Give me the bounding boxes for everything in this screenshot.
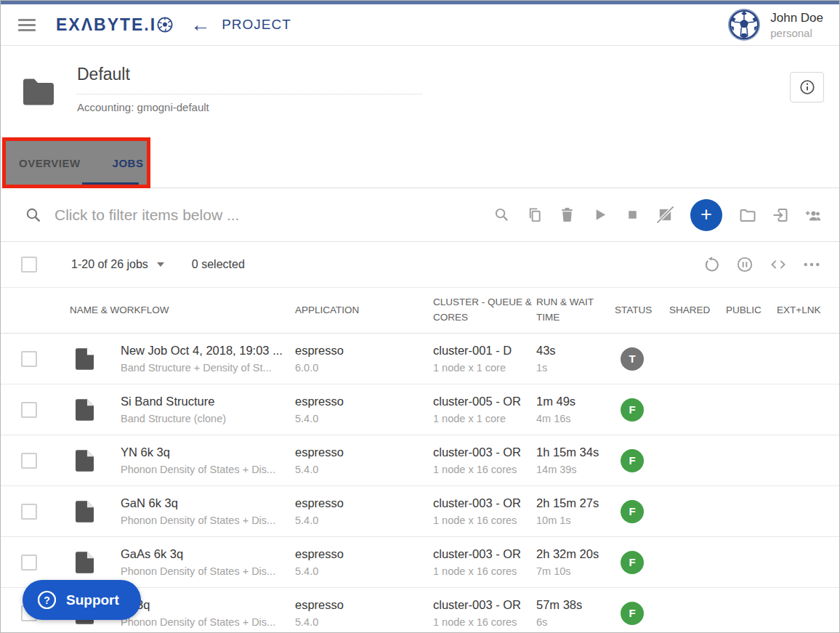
- row-checkbox[interactable]: [21, 402, 37, 418]
- support-button[interactable]: ? Support: [23, 580, 141, 620]
- breadcrumb-section: PROJECT: [222, 17, 291, 33]
- col-ext-lnk[interactable]: EXT+LNK: [777, 303, 836, 318]
- info-icon: [799, 78, 816, 96]
- table-row[interactable]: GaN 6k 3qPhonon Density of States + Dis.…: [1, 486, 839, 537]
- row-checkbox[interactable]: [21, 453, 37, 469]
- run-icon[interactable]: [591, 206, 608, 224]
- job-run-time: 43s: [536, 344, 610, 358]
- table-row[interactable]: YN 6k 3qPhonon Density of States + Dis..…: [1, 435, 839, 486]
- status-badge[interactable]: F: [621, 449, 644, 472]
- status-badge[interactable]: T: [621, 347, 644, 371]
- job-workflow: Phonon Density of States + Dis...: [121, 565, 291, 577]
- col-application[interactable]: APPLICATION: [295, 303, 433, 318]
- job-wait-time: 10m 1s: [536, 515, 610, 526]
- status-badge[interactable]: F: [621, 602, 644, 625]
- selection-toolbar: 1-20 of 26 jobs 0 selected: [1, 242, 839, 288]
- job-app-version: 6.0.0: [295, 362, 429, 374]
- job-cores: 1 node x 1 core: [433, 362, 532, 374]
- row-checkbox[interactable]: [21, 555, 37, 570]
- job-application: espresso: [295, 445, 429, 459]
- status-badge[interactable]: F: [621, 398, 644, 422]
- job-app-version: 5.4.0: [295, 616, 429, 628]
- app-header: EXΛBYTE.I ← PROJECT John Doe personal: [1, 4, 839, 46]
- file-icon: [70, 399, 121, 421]
- project-title: Default: [77, 65, 422, 94]
- tab-overview[interactable]: OVERVIEW: [19, 157, 81, 169]
- job-workflow: Phonon Density of States + Dis...: [121, 515, 291, 526]
- job-run-time: 1h 15m 34s: [536, 445, 610, 459]
- pagination-range[interactable]: 1-20 of 26 jobs: [71, 258, 164, 271]
- job-cluster: cluster-003 - OR: [433, 598, 532, 612]
- refresh-icon[interactable]: [703, 256, 720, 273]
- job-cores: 1 node x 1 core: [433, 413, 532, 424]
- col-shared[interactable]: SHARED: [669, 303, 726, 318]
- job-workflow: Band Structure (clone): [121, 413, 291, 424]
- selected-count: 0 selected: [192, 258, 245, 271]
- menu-icon[interactable]: [18, 19, 36, 31]
- job-application: espresso: [295, 496, 429, 510]
- delete-icon[interactable]: [558, 206, 576, 224]
- col-name-workflow[interactable]: NAME & WORKFLOW: [70, 303, 295, 318]
- user-info[interactable]: John Doe personal: [770, 11, 823, 39]
- file-icon: [70, 450, 121, 472]
- support-label: Support: [66, 592, 119, 608]
- job-name[interactable]: GaAs 6k 3q: [121, 547, 291, 561]
- annotation-highlight-box: OVERVIEW JOBS: [2, 137, 150, 188]
- folder-icon: [21, 76, 56, 105]
- more-icon[interactable]: [803, 256, 820, 273]
- filter-toolbar: Click to filter items below ... +: [1, 188, 839, 242]
- job-cores: 1 node x 16 cores: [433, 464, 532, 475]
- info-button[interactable]: [790, 72, 824, 102]
- filter-input[interactable]: Click to filter items below ...: [54, 206, 239, 224]
- job-app-version: 5.4.0: [295, 413, 429, 424]
- pause-icon[interactable]: [736, 256, 754, 273]
- search-icon: [25, 206, 42, 224]
- col-cluster[interactable]: CLUSTER - QUEUE & CORES: [433, 295, 536, 326]
- logo[interactable]: EXΛBYTE.I: [56, 15, 173, 35]
- table-row[interactable]: Si Band StructureBand Structure (clone) …: [1, 384, 839, 435]
- job-name[interactable]: GaN 6k 3q: [121, 496, 291, 510]
- back-arrow-icon[interactable]: ←: [190, 15, 210, 35]
- plus-icon: +: [700, 203, 712, 226]
- job-app-version: 5.4.0: [295, 515, 429, 526]
- create-new-button[interactable]: +: [690, 199, 722, 231]
- cancel-icon[interactable]: [656, 206, 674, 224]
- import-icon[interactable]: [772, 206, 789, 224]
- job-name[interactable]: YN 6k 3q: [121, 445, 291, 459]
- tab-jobs[interactable]: JOBS: [113, 157, 144, 169]
- move-to-folder-icon[interactable]: [739, 206, 756, 224]
- status-badge[interactable]: F: [621, 500, 644, 523]
- job-run-time: 57m 38s: [536, 598, 610, 612]
- share-with-users-icon[interactable]: [804, 206, 822, 224]
- svg-text:?: ?: [44, 594, 50, 606]
- job-cluster: cluster-003 - OR: [433, 445, 532, 459]
- copy-icon[interactable]: [525, 206, 543, 224]
- job-name[interactable]: 6k 3q: [121, 598, 291, 612]
- job-app-version: 5.4.0: [295, 565, 429, 577]
- row-checkbox[interactable]: [21, 351, 37, 367]
- select-all-checkbox[interactable]: [21, 257, 37, 273]
- job-wait-time: 14m 39s: [536, 464, 610, 475]
- col-run-wait[interactable]: RUN & WAIT TIME: [536, 295, 615, 326]
- soccer-ball-logo-icon: [157, 17, 173, 33]
- job-application: espresso: [295, 395, 429, 408]
- col-public[interactable]: PUBLIC: [726, 303, 777, 318]
- search-filter-icon[interactable]: [493, 206, 510, 224]
- avatar[interactable]: [727, 8, 761, 41]
- job-workflow: Phonon Density of States + Dis...: [121, 464, 291, 475]
- row-checkbox[interactable]: [21, 504, 37, 520]
- code-icon[interactable]: [770, 256, 787, 273]
- table-header: NAME & WORKFLOW APPLICATION CLUSTER - QU…: [1, 288, 839, 334]
- file-icon: [70, 501, 121, 523]
- stop-icon[interactable]: [623, 206, 641, 224]
- active-tab-indicator: [82, 182, 139, 185]
- col-status[interactable]: STATUS: [615, 303, 669, 318]
- status-badge[interactable]: F: [621, 551, 644, 574]
- job-cluster: cluster-003 - OR: [433, 496, 532, 510]
- job-run-time: 2h 32m 20s: [536, 547, 610, 561]
- job-name[interactable]: New Job Oct 4, 2018, 19:03 ...: [121, 344, 291, 358]
- table-row[interactable]: New Job Oct 4, 2018, 19:03 ...Band Struc…: [1, 334, 839, 384]
- job-name[interactable]: Si Band Structure: [121, 395, 291, 408]
- job-cluster: cluster-001 - D: [433, 344, 532, 358]
- job-application: espresso: [295, 344, 429, 358]
